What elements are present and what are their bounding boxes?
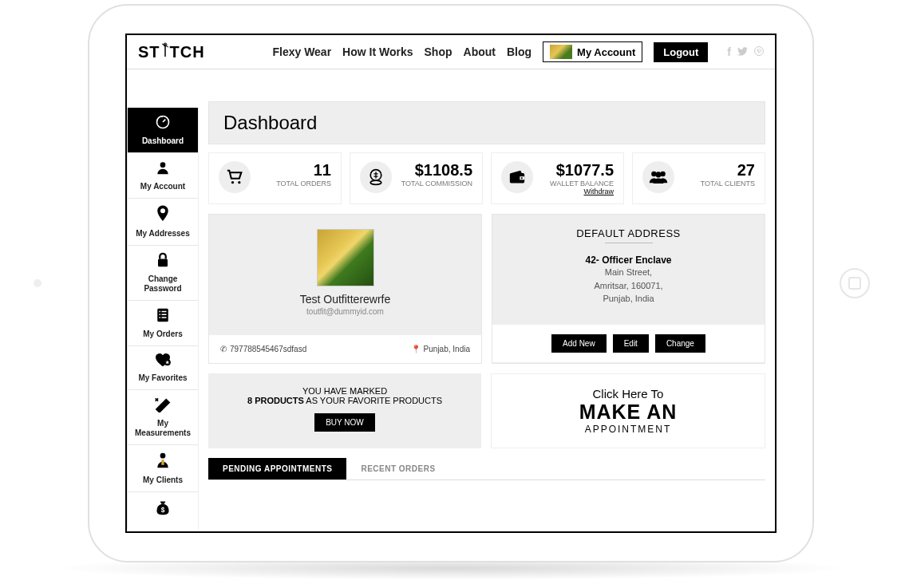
svg-point-13 <box>160 453 166 459</box>
twitter-icon[interactable] <box>737 45 748 58</box>
address-line: Punjab, India <box>500 292 757 306</box>
svg-point-22 <box>521 177 523 179</box>
address-line: Main Street, <box>500 266 757 279</box>
sidebar-item-my-clients[interactable]: My Clients <box>127 445 198 492</box>
avatar-thumb <box>550 45 572 59</box>
stat-total-clients: 27 TOTAL CLIENTS <box>632 152 765 204</box>
address-line: Amritsar, 160071, <box>500 279 757 293</box>
phone-icon: ✆ <box>220 345 227 353</box>
edit-button[interactable]: Edit <box>613 334 649 353</box>
sidebar-item-my-measurements[interactable]: My Measurements <box>127 390 198 445</box>
profile-phone: ✆797788545467sdfasd <box>220 345 306 353</box>
logo[interactable]: ST TCH <box>138 42 205 62</box>
change-button[interactable]: Change <box>655 334 705 353</box>
make-appointment-button[interactable]: Click Here To MAKE AN APPOINTMENT <box>491 373 765 448</box>
stat-label: WALLET BALANCE <box>541 180 614 187</box>
svg-point-3 <box>160 162 166 168</box>
nav-about[interactable]: About <box>464 45 496 58</box>
tablet-camera <box>34 279 41 287</box>
svg-point-19 <box>370 180 381 184</box>
svg-rect-10 <box>160 317 161 318</box>
pin-icon <box>131 205 195 227</box>
user-icon <box>131 160 195 180</box>
ruler-icon <box>131 397 195 416</box>
list-icon <box>131 307 195 327</box>
svg-point-17 <box>238 181 240 184</box>
people-icon <box>642 161 674 193</box>
header: ST TCH Flexy Wear How It Works Shop Abou… <box>127 35 775 69</box>
sidebar: Dashboard My Account My Addresses <box>127 108 199 531</box>
dashboard-icon <box>131 114 195 134</box>
tab-pending-appointments[interactable]: PENDING APPOINTMENTS <box>208 458 346 479</box>
logout-button[interactable]: Logout <box>654 42 708 62</box>
address-card: DEFAULT ADDRESS 42- Officer Enclave Main… <box>492 214 765 364</box>
stat-value: $1077.5 <box>541 161 614 180</box>
svg-point-25 <box>655 172 661 177</box>
location-icon: 📍 <box>411 345 421 353</box>
social-links: f <box>727 45 764 58</box>
client-icon <box>131 452 195 473</box>
profile-picture <box>317 229 374 286</box>
sidebar-item-my-account[interactable]: My Account <box>127 153 198 199</box>
nav-blog[interactable]: Blog <box>507 45 532 58</box>
lock-icon <box>131 252 195 272</box>
stat-total-orders: 11 TOTAL ORDERS <box>208 152 342 204</box>
svg-rect-7 <box>162 311 167 313</box>
svg-point-16 <box>231 181 234 184</box>
stat-label: TOTAL CLIENTS <box>682 180 755 187</box>
sidebar-item-my-favorites[interactable]: My Favorites <box>127 346 198 390</box>
cart-icon <box>219 161 251 193</box>
stat-label: TOTAL ORDERS <box>259 180 331 187</box>
wallet-icon <box>501 161 533 193</box>
sidebar-item-change-password[interactable]: Change Password <box>127 246 198 301</box>
profile-name: Test Outfitterewrfe <box>217 293 473 306</box>
sidebar-item-my-orders[interactable]: My Orders <box>127 301 198 346</box>
sidebar-item-dashboard[interactable]: Dashboard <box>127 108 198 153</box>
svg-rect-6 <box>160 311 161 313</box>
my-account-button[interactable]: My Account <box>543 41 642 62</box>
tab-recent-orders[interactable]: RECENT ORDERS <box>346 458 449 479</box>
svg-rect-9 <box>162 314 167 316</box>
nav-flexy-wear[interactable]: Flexy Wear <box>272 45 331 58</box>
stats-row: 11 TOTAL ORDERS $1108.5 TOTAL COMMISSION <box>208 152 765 204</box>
profile-location: 📍Punjab, India <box>411 345 470 353</box>
nav-shop[interactable]: Shop <box>425 45 452 58</box>
page-title: Dashboard <box>208 101 765 144</box>
svg-rect-14 <box>161 460 164 465</box>
pinterest-icon[interactable] <box>754 45 764 58</box>
add-new-button[interactable]: Add New <box>551 334 607 353</box>
facebook-icon[interactable]: f <box>727 45 731 58</box>
stat-wallet-balance: $1077.5 WALLET BALANCE Withdraw <box>491 152 624 204</box>
svg-rect-4 <box>158 259 168 267</box>
heart-icon <box>131 353 195 371</box>
stat-value: 11 <box>259 161 331 180</box>
needle-icon <box>161 42 169 62</box>
buy-now-button[interactable]: BUY NOW <box>314 413 375 432</box>
stat-value: $1108.5 <box>400 161 472 180</box>
withdraw-link[interactable]: Withdraw <box>541 187 614 195</box>
stat-value: 27 <box>682 161 755 180</box>
sidebar-item-my-addresses[interactable]: My Addresses <box>127 199 198 246</box>
main-nav: Flexy Wear How It Works Shop About Blog … <box>272 41 764 62</box>
money-bag-icon: $ <box>131 499 195 520</box>
nav-how-it-works[interactable]: How It Works <box>342 45 413 58</box>
profile-email: toutfit@dummyid.com <box>217 307 473 316</box>
tabs: PENDING APPOINTMENTS RECENT ORDERS <box>208 458 765 480</box>
svg-rect-8 <box>160 314 161 316</box>
favorites-card: YOU HAVE MARKED 8 PRODUCTS AS YOUR FAVOR… <box>208 373 481 448</box>
svg-text:$: $ <box>161 506 165 514</box>
tablet-home-button[interactable] <box>840 268 870 298</box>
main-content: Dashboard 11 TOTAL ORDERS <box>199 101 775 531</box>
svg-rect-11 <box>162 317 167 318</box>
coins-icon <box>360 161 392 193</box>
stat-total-commission: $1108.5 TOTAL COMMISSION <box>350 152 483 204</box>
address-title: DEFAULT ADDRESS <box>500 227 757 239</box>
stat-label: TOTAL COMMISSION <box>400 180 472 187</box>
address-line: 42- Officer Enclave <box>500 255 757 266</box>
sidebar-item-wallet[interactable]: $ <box>127 492 198 529</box>
profile-card: Test Outfitterewrfe toutfit@dummyid.com … <box>208 214 482 364</box>
